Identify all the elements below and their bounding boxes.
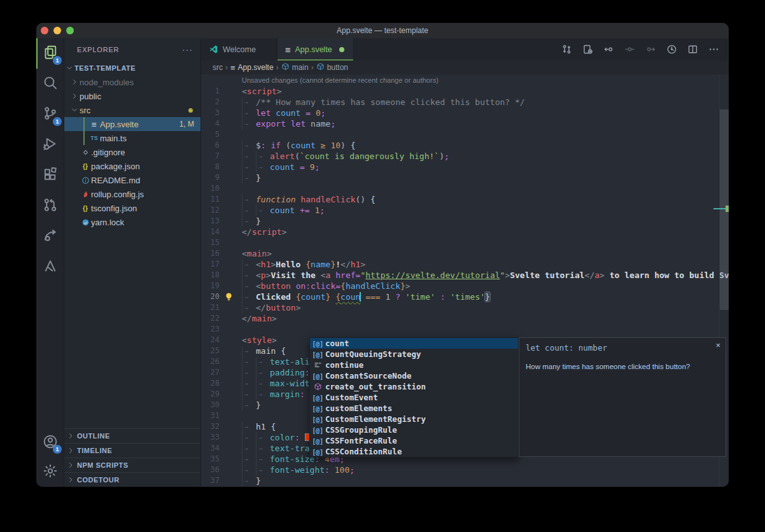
gutter-slot <box>220 356 242 367</box>
activity-item-search[interactable] <box>36 69 64 99</box>
info-file-icon <box>80 176 91 185</box>
activity-item-accounts[interactable]: 1 <box>36 428 64 458</box>
more-actions-button[interactable] <box>706 42 721 57</box>
activity-item-github-pr[interactable] <box>36 191 64 221</box>
minimize-window-button[interactable] <box>53 27 61 34</box>
line-number: 35 <box>201 454 220 465</box>
section-codetour[interactable]: CODETOUR <box>64 472 200 487</box>
breadcrumb-item-button[interactable]: button <box>316 62 348 73</box>
file-label: rollup.config.js <box>91 190 144 199</box>
tree-item-package-json[interactable]: {}package.json <box>64 159 200 173</box>
tab-welcome[interactable]: Welcome <box>201 38 277 60</box>
section-npm-scripts[interactable]: NPM SCRIPTS <box>64 458 200 472</box>
activity-item-live-share[interactable] <box>36 221 64 252</box>
line-number: 32 <box>201 421 220 432</box>
tree-item-rollup-config-js[interactable]: rollup.config.js <box>64 187 200 201</box>
editor-actions <box>559 38 729 60</box>
file-label: .gitignore <box>91 148 125 157</box>
line-number: 22 <box>201 313 220 324</box>
modified-dot <box>339 47 344 52</box>
tree-item-main-ts[interactable]: TSmain.ts <box>64 131 200 145</box>
suggest-item-count[interactable]: [@]count <box>310 338 518 349</box>
line-number: 36 <box>201 465 220 475</box>
code-editor[interactable]: Unsaved changes (cannot determine recent… <box>201 74 729 487</box>
suggest-item-countqueuingstrategy[interactable]: [@]CountQueuingStrategy <box>310 349 518 360</box>
suggest-item-customelementregistry[interactable]: [@]CustomElementRegistry <box>310 414 518 424</box>
tree-item-tsconfig-json[interactable]: {}tsconfig.json <box>64 201 200 215</box>
suggest-item-create_out_transition[interactable]: create_out_transition <box>310 381 518 392</box>
activity-item-settings[interactable] <box>36 458 64 487</box>
gutter-slot <box>220 270 242 281</box>
section-outline[interactable]: OUTLINE <box>64 429 200 443</box>
live-share-icon <box>43 228 58 246</box>
breadcrumb-label: App.svelte <box>238 63 274 72</box>
tree-item-readme-md[interactable]: README.md <box>64 173 200 187</box>
previous-change-button[interactable] <box>601 42 616 57</box>
code-text: →} <box>242 475 261 486</box>
breadcrumb-item-app-svelte[interactable]: ≡App.svelte <box>230 63 274 72</box>
code-line-16: 16<main> <box>201 248 729 259</box>
breadcrumb-item-main[interactable]: main <box>281 62 309 73</box>
line-number: 1 <box>201 86 220 97</box>
tree-item-src[interactable]: src <box>64 103 200 117</box>
gutter-slot <box>220 454 242 465</box>
tree-root-folder[interactable]: TEST-TEMPLATE <box>64 61 200 75</box>
section-timeline[interactable]: TIMELINE <box>64 443 200 458</box>
next-change-button[interactable] <box>643 42 658 57</box>
ts-file-icon: TS <box>88 135 100 141</box>
suggest-item-cssconditionrule[interactable]: [@]CSSConditionRule <box>310 446 518 457</box>
tree-item-yarn-lock[interactable]: yarn.lock <box>64 215 200 229</box>
open-changes-button[interactable] <box>580 42 595 57</box>
close-icon[interactable]: × <box>715 340 720 350</box>
zoom-window-button[interactable] <box>66 27 74 34</box>
tree-item-app-svelte[interactable]: ≡App.svelte1, M <box>64 117 200 131</box>
sidebar-more-actions-icon[interactable]: ··· <box>182 45 193 55</box>
code-line-3: 3→let count = 0; <box>201 108 729 118</box>
chevron-down-icon <box>64 64 74 72</box>
symbol-icon <box>281 62 290 73</box>
overview-cursor-mark <box>713 208 726 209</box>
suggest-item-cssfontfacerule[interactable]: [@]CSSFontFaceRule <box>310 435 518 446</box>
tree-item--gitignore[interactable]: .gitignore <box>64 145 200 159</box>
file-heatmap-button[interactable] <box>664 42 679 57</box>
line-number: 12 <box>201 205 220 216</box>
activity-bar: 11 1 <box>36 38 64 487</box>
suggest-item-cssgroupingrule[interactable]: [@]CSSGroupingRule <box>310 424 518 435</box>
activity-item-source-control[interactable]: 1 <box>36 99 64 130</box>
gutter-slot <box>220 194 242 205</box>
tree-item-public[interactable]: public <box>64 89 200 103</box>
activity-item-run-debug[interactable] <box>36 130 64 160</box>
tree-item-node-modules[interactable]: node_modules <box>64 75 200 89</box>
line-number: 33 <box>201 432 220 443</box>
close-window-button[interactable] <box>41 27 48 34</box>
gutter-slot <box>220 227 242 237</box>
gutter-slot <box>220 129 242 140</box>
settings-icon <box>43 463 58 481</box>
breadcrumb-item-src[interactable]: src <box>213 63 223 72</box>
file-label: main.ts <box>100 134 127 143</box>
suggest-item-customevent[interactable]: [@]CustomEvent <box>310 392 518 403</box>
suggest-item-constantsourcenode[interactable]: [@]ConstantSourceNode <box>310 370 518 381</box>
gutter-slot <box>220 410 242 421</box>
activity-item-extensions[interactable] <box>36 160 64 191</box>
folder-modified-dot <box>188 108 193 113</box>
gitlens-compare-button[interactable] <box>559 42 574 57</box>
line-number: 27 <box>201 367 220 378</box>
activity-item-azure[interactable] <box>36 252 64 283</box>
code-line-36: 36→→font-weight: 100; <box>201 465 729 475</box>
line-number: 28 <box>201 378 220 389</box>
code-line-5: 5 <box>201 129 729 140</box>
suggest-item-customelements[interactable]: [@]customElements <box>310 403 518 414</box>
line-number: 16 <box>201 248 220 259</box>
current-change-button[interactable] <box>622 42 637 57</box>
tab-app-svelte[interactable]: ≡App.svelte <box>277 38 354 60</box>
svelte-file-icon: ≡ <box>88 120 100 129</box>
suggest-item-continue[interactable]: continue <box>310 360 518 370</box>
activity-item-explorer[interactable]: 1 <box>36 38 64 69</box>
suggest-label: CSSGroupingRule <box>325 425 397 435</box>
code-text: <style> <box>242 335 277 346</box>
breadcrumb-separator: › <box>276 63 279 72</box>
split-editor-button[interactable] <box>685 42 700 57</box>
lightbulb-icon[interactable] <box>220 291 242 302</box>
line-number: 8 <box>201 162 220 172</box>
